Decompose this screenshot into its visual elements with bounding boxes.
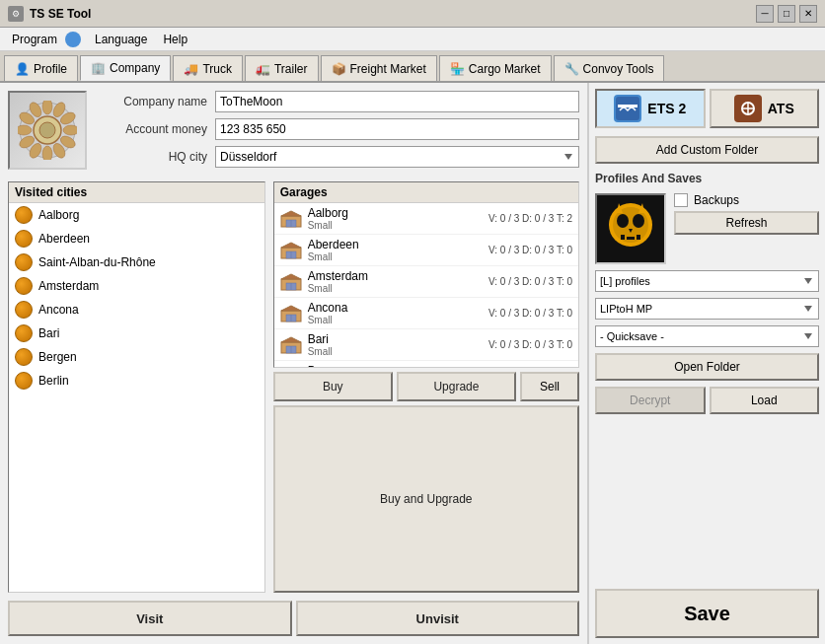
list-item[interactable]: Bari — [9, 322, 264, 345]
menu-bar: Program Language Help — [0, 28, 825, 51]
city-dot — [15, 253, 33, 271]
company-name-input[interactable] — [215, 91, 579, 112]
garage-icon — [280, 336, 302, 354]
list-item[interactable]: Berlin — [9, 369, 264, 393]
list-item[interactable]: Amsterdam Small V: 0 / 3 D: 0 / 3 T: 0 — [274, 266, 578, 298]
company-fields: Company name Account money HQ city Düsse… — [99, 91, 579, 170]
city-dot — [15, 372, 33, 390]
city-dot — [15, 206, 33, 224]
convoy-icon: 🔧 — [564, 62, 579, 76]
cargo-icon: 🏪 — [450, 62, 465, 76]
city-dot — [15, 324, 33, 342]
svg-point-14 — [39, 122, 55, 138]
visited-cities-panel: Visited cities AalborgAberdeenSaint-Alba… — [8, 181, 265, 593]
save-button[interactable]: Save — [595, 589, 819, 638]
city-dot — [15, 230, 33, 248]
svg-marker-16 — [281, 211, 301, 216]
menu-language[interactable]: Language — [87, 31, 155, 48]
list-item[interactable]: Bari Small V: 0 / 3 D: 0 / 3 T: 0 — [274, 329, 578, 361]
profiles-dropdown[interactable]: [L] profiles — [595, 270, 819, 292]
decrypt-button[interactable]: Decrypt — [595, 387, 706, 414]
svg-marker-24 — [281, 274, 301, 279]
visit-button[interactable]: Visit — [8, 601, 292, 636]
menu-program[interactable]: Program — [4, 31, 65, 48]
company-name-label: Company name — [99, 95, 207, 108]
garage-section: Garages Aalborg Small V: 0 / 3 D: 0 / 3 … — [273, 181, 579, 593]
tab-profile[interactable]: 👤 Profile — [4, 55, 78, 81]
visited-cities-header: Visited cities — [9, 182, 264, 203]
left-panel: Company name Account money HQ city Düsse… — [0, 83, 588, 644]
upgrade-button[interactable]: Upgrade — [397, 372, 516, 401]
profile-avatar — [595, 193, 666, 264]
refresh-button[interactable]: Refresh — [674, 211, 819, 235]
visited-cities-list[interactable]: AalborgAberdeenSaint-Alban-du-RhôneAmste… — [9, 203, 264, 592]
open-folder-button[interactable]: Open Folder — [595, 353, 819, 381]
tab-trailer[interactable]: 🚛 Trailer — [245, 55, 319, 81]
svg-rect-48 — [618, 105, 638, 107]
profiles-row: Backups Refresh — [595, 193, 819, 264]
trailer-icon: 🚛 — [256, 62, 270, 76]
city-dot — [15, 277, 33, 295]
truck-icon: 🚚 — [184, 62, 198, 76]
ets2-icon — [614, 95, 641, 122]
svg-marker-28 — [281, 306, 301, 311]
list-item[interactable]: Ancona Small V: 0 / 3 D: 0 / 3 T: 0 — [274, 298, 578, 329]
profile-name-dropdown[interactable]: LIPtoH MP — [595, 298, 819, 320]
account-money-input[interactable] — [215, 118, 579, 140]
svg-point-55 — [633, 214, 644, 228]
buy-and-upgrade-button[interactable]: Buy and Upgrade — [273, 405, 579, 594]
garage-icon — [280, 305, 302, 322]
app-title: TS SE Tool — [30, 7, 91, 21]
hq-city-row: HQ city Düsseldorf — [99, 146, 579, 168]
person-icon: 👤 — [15, 62, 30, 76]
list-item[interactable]: Amsterdam — [9, 274, 264, 298]
buy-button[interactable]: Buy — [273, 372, 393, 401]
ets2-tab[interactable]: ETS 2 — [595, 89, 706, 128]
list-item[interactable]: Aberdeen Small V: 0 / 3 D: 0 / 3 T: 0 — [274, 235, 578, 266]
list-item[interactable]: Saint-Alban-du-Rhône — [9, 250, 264, 274]
ats-label: ATS — [768, 101, 794, 116]
quicksave-dropdown[interactable]: - Quicksave - — [595, 325, 819, 347]
garage-top-buttons: Buy Upgrade Sell — [273, 372, 579, 401]
tab-freight-market[interactable]: 📦 Freight Market — [321, 55, 437, 81]
garage-icon — [280, 210, 302, 228]
list-item[interactable]: Aberdeen — [9, 227, 264, 250]
list-item[interactable]: Aalborg Small V: 0 / 3 D: 0 / 3 T: 2 — [274, 203, 578, 235]
minimize-button[interactable]: ─ — [756, 5, 774, 23]
svg-rect-58 — [637, 235, 640, 240]
tab-convoy-tools[interactable]: 🔧 Convoy Tools — [554, 55, 665, 81]
close-button[interactable]: ✕ — [799, 5, 817, 23]
list-item[interactable]: Bergen — [9, 345, 264, 369]
garages-header: Garages — [274, 182, 578, 203]
list-item[interactable]: Bergen Small V: 1 / 3 D: 0 / 3 T: 0 — [274, 361, 578, 367]
list-item[interactable]: Aalborg — [9, 203, 264, 227]
hq-city-select[interactable]: Düsseldorf — [215, 146, 579, 168]
game-tabs: ETS 2 ATS — [595, 89, 819, 128]
add-custom-folder-button[interactable]: Add Custom Folder — [595, 136, 819, 164]
title-bar: ⚙ TS SE Tool ─ □ ✕ — [0, 0, 825, 28]
tab-truck[interactable]: 🚚 Truck — [173, 55, 243, 81]
visit-buttons-row: Visit Unvisit — [8, 601, 579, 636]
backup-row: Backups — [674, 193, 819, 207]
freight-icon: 📦 — [332, 62, 346, 76]
unvisit-button[interactable]: Unvisit — [296, 601, 580, 636]
list-item[interactable]: Ancona — [9, 298, 264, 322]
profiles-right: Backups Refresh — [674, 193, 819, 235]
svg-rect-56 — [621, 235, 625, 240]
sell-button[interactable]: Sell — [520, 372, 579, 401]
company-name-row: Company name — [99, 91, 579, 112]
garages-list[interactable]: Aalborg Small V: 0 / 3 D: 0 / 3 T: 2 Abe… — [274, 203, 578, 367]
panels-section: Visited cities AalborgAberdeenSaint-Alba… — [8, 181, 579, 593]
city-dot — [15, 301, 33, 319]
svg-rect-57 — [627, 237, 635, 240]
backups-checkbox[interactable] — [674, 193, 688, 207]
maximize-button[interactable]: □ — [778, 5, 795, 23]
ats-tab[interactable]: ATS — [710, 89, 820, 128]
tab-company[interactable]: 🏢 Company — [80, 55, 171, 81]
building-icon: 🏢 — [91, 61, 106, 75]
load-button[interactable]: Load — [710, 387, 820, 414]
menu-help[interactable]: Help — [155, 31, 195, 48]
decrypt-load-row: Decrypt Load — [595, 387, 819, 414]
tab-cargo-market[interactable]: 🏪 Cargo Market — [439, 55, 552, 81]
svg-point-7 — [42, 146, 52, 160]
